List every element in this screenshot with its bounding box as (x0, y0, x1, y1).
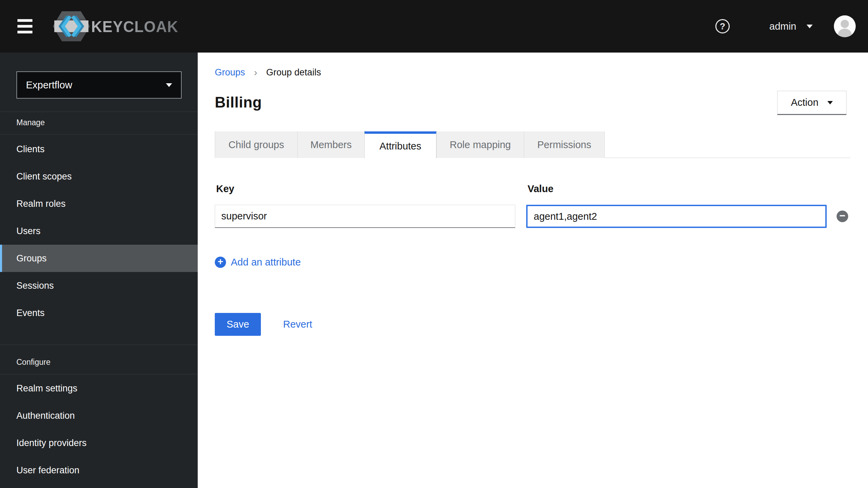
breadcrumb-groups-link[interactable]: Groups (215, 67, 245, 78)
revert-link[interactable]: Revert (283, 319, 312, 330)
hamburger-menu-icon[interactable] (17, 19, 32, 33)
form-actions: Save Revert (215, 313, 850, 336)
sidebar-item-events[interactable]: Events (0, 299, 198, 327)
sidebar: Expertflow Manage Clients Client scopes … (0, 53, 198, 488)
breadcrumb: Groups › Group details (215, 67, 850, 78)
help-icon[interactable]: ? (715, 19, 730, 33)
remove-attribute-button[interactable]: − (837, 211, 848, 222)
keycloak-admin-console: KEYCLOAK ? admin Expertflow Manage Clien… (0, 0, 868, 488)
sidebar-divider (0, 112, 198, 112)
tab-permissions[interactable]: Permissions (524, 131, 605, 158)
sidebar-divider (0, 374, 198, 374)
keycloak-hexagon-icon (52, 9, 90, 43)
sidebar-item-client-scopes[interactable]: Client scopes (0, 163, 198, 190)
keycloak-logo: KEYCLOAK (52, 9, 184, 43)
avatar[interactable] (834, 15, 856, 37)
sidebar-item-realm-roles[interactable]: Realm roles (0, 190, 198, 217)
save-button[interactable]: Save (215, 313, 261, 336)
attribute-row: − (215, 205, 850, 228)
sidebar-item-identity-providers[interactable]: Identity providers (0, 429, 198, 457)
breadcrumb-chevron-icon: › (254, 67, 257, 78)
title-row: Billing (215, 93, 850, 112)
action-caret-down-icon (827, 101, 833, 104)
user-caret-down-icon[interactable] (807, 25, 813, 28)
tabs: Child groups Members Attributes Role map… (215, 131, 850, 158)
user-menu[interactable]: admin (769, 21, 796, 32)
tab-members[interactable]: Members (297, 131, 364, 158)
plus-circle-icon: + (215, 257, 226, 268)
add-attribute-link[interactable]: + Add an attribute (215, 257, 301, 268)
tab-child-groups[interactable]: Child groups (215, 131, 297, 158)
attribute-value-input[interactable] (526, 205, 827, 228)
sidebar-item-groups[interactable]: Groups (0, 245, 198, 272)
key-column-header: Key (215, 183, 515, 195)
tab-attributes[interactable]: Attributes (364, 131, 436, 158)
value-column-header: Value (526, 183, 827, 195)
sidebar-item-clients[interactable]: Clients (0, 135, 198, 163)
topbar: KEYCLOAK ? admin (0, 0, 868, 53)
section-title-manage: Manage (16, 118, 45, 127)
sidebar-item-sessions[interactable]: Sessions (0, 272, 198, 299)
sidebar-divider (0, 134, 198, 134)
add-attribute-label: Add an attribute (231, 257, 301, 268)
attribute-headers: Key Value (215, 183, 827, 195)
brand-wordmark: KEYCLOAK (91, 17, 178, 36)
page-title: Billing (215, 94, 262, 111)
sidebar-item-users[interactable]: Users (0, 217, 198, 245)
topbar-right: ? admin (715, 15, 868, 37)
realm-selector-value: Expertflow (26, 80, 72, 91)
attribute-key-input[interactable] (215, 205, 515, 228)
action-dropdown-button[interactable]: Action (777, 91, 846, 115)
sidebar-item-authentication[interactable]: Authentication (0, 402, 198, 429)
minus-circle-icon: − (839, 211, 845, 221)
sidebar-divider (0, 345, 198, 345)
sidebar-item-realm-settings[interactable]: Realm settings (0, 375, 198, 402)
action-button-label: Action (791, 97, 818, 108)
section-title-configure: Configure (16, 358, 51, 367)
realm-selector[interactable]: Expertflow (16, 71, 182, 99)
sidebar-item-user-federation[interactable]: User federation (0, 457, 198, 484)
breadcrumb-current: Group details (266, 67, 321, 78)
tab-role-mapping[interactable]: Role mapping (436, 131, 524, 158)
realm-caret-down-icon (166, 83, 172, 87)
main-content: Groups › Group details Billing Action Ch… (198, 53, 868, 488)
